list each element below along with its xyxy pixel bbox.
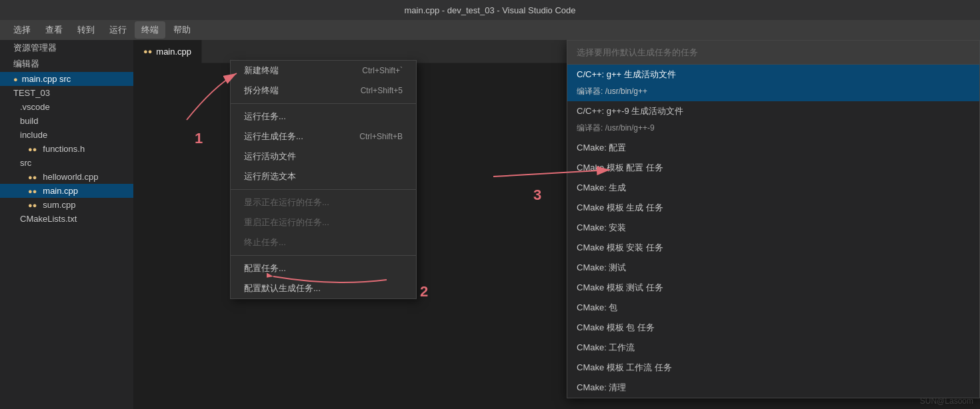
- sidebar-item-helloworld[interactable]: ●● helloworld.cpp: [0, 170, 133, 184]
- quick-pick-item-cmake-config[interactable]: CMake: 配置: [567, 138, 979, 158]
- menu-restart-task: 重启正在运行的任务...: [231, 212, 416, 232]
- menu-run[interactable]: 运行: [103, 21, 133, 39]
- quick-pick-item-gcc9[interactable]: C/C++: g++-9 生成活动文件: [567, 101, 979, 121]
- quick-pick-list: C/C++: g++ 生成活动文件 编译器: /usr/bin/g++ C/C+…: [567, 65, 979, 398]
- menu-run-task[interactable]: 运行任务...: [231, 107, 416, 127]
- quick-pick-item-cmake-clean[interactable]: CMake: 清理: [567, 378, 979, 398]
- menu-terminate-task: 终止任务...: [231, 232, 416, 252]
- menu-run-build-task[interactable]: 运行生成任务... Ctrl+Shift+B: [231, 127, 416, 147]
- quick-pick-item-cmake-install-template[interactable]: CMake 模板 安装 任务: [567, 238, 979, 258]
- annotation-2: 2: [420, 283, 428, 300]
- menu-run-active-file[interactable]: 运行活动文件: [231, 147, 416, 167]
- title-bar: main.cpp - dev_test_03 - Visual Studio C…: [0, 0, 980, 20]
- menu-select[interactable]: 选择: [7, 21, 37, 39]
- menu-bar: 选择 查看 转到 运行 终端 帮助: [0, 20, 980, 40]
- menu-split-terminal[interactable]: 拆分终端 Ctrl+Shift+5: [231, 81, 416, 101]
- sidebar-item-sum-cpp[interactable]: ●● sum.cpp: [0, 198, 133, 212]
- quick-pick-item-cmake-build-template[interactable]: CMake 模板 生成 任务: [567, 198, 979, 218]
- menu-terminal[interactable]: 终端: [135, 21, 165, 39]
- menu-show-running-tasks: 显示正在运行的任务...: [231, 193, 416, 212]
- quick-pick-panel: C/C++: g++ 生成活动文件 编译器: /usr/bin/g++ C/C+…: [567, 40, 980, 398]
- sidebar-item-maincpp-src[interactable]: ● main.cpp src: [0, 72, 133, 86]
- sidebar-item-vscode[interactable]: .vscode: [0, 100, 133, 114]
- quick-pick-item-cmake-pack[interactable]: CMake: 包: [567, 298, 979, 318]
- quick-pick-input[interactable]: [567, 41, 979, 65]
- sidebar: 资源管理器 编辑器 ● main.cpp src TEST_03 .vscode…: [0, 40, 133, 409]
- menu-view[interactable]: 查看: [39, 21, 69, 39]
- quick-pick-item-cmake-build[interactable]: CMake: 生成: [567, 178, 979, 198]
- annotation-1: 1: [195, 130, 203, 147]
- menu-configure-default-build-task[interactable]: 配置默认生成任务...: [231, 278, 416, 298]
- quick-pick-item-cmake-test[interactable]: CMake: 测试: [567, 258, 979, 278]
- editor-area: ●● main.cpp 新建终端 Ctrl+Shift+` 拆分终端 Ctrl+…: [133, 40, 980, 409]
- title-text: main.cpp - dev_test_03 - Visual Studio C…: [404, 5, 575, 15]
- annotation-3: 3: [533, 187, 541, 204]
- sidebar-item-build[interactable]: build: [0, 114, 133, 128]
- sidebar-item-src[interactable]: src: [0, 156, 133, 170]
- sidebar-item-cmakelists[interactable]: CMakeLists.txt: [0, 212, 133, 226]
- separator-1: [231, 103, 416, 104]
- quick-pick-item-cmake-install[interactable]: CMake: 安装: [567, 218, 979, 238]
- quick-pick-item-cmake-config-template[interactable]: CMake 模板 配置 任务: [567, 158, 979, 178]
- quick-pick-item-cmake-pack-template[interactable]: CMake 模板 包 任务: [567, 318, 979, 338]
- quick-pick-item-gcc9-secondary: 编译器: /usr/bin/g++-9: [567, 121, 979, 138]
- separator-2: [231, 189, 416, 190]
- sidebar-item-main-cpp[interactable]: ●● main.cpp: [0, 184, 133, 198]
- quick-pick-item-cmake-workflow[interactable]: CMake: 工作流: [567, 338, 979, 358]
- editor-tab-main[interactable]: ●● main.cpp: [133, 40, 202, 63]
- sidebar-item-test03[interactable]: TEST_03: [0, 86, 133, 100]
- sidebar-item-explorer[interactable]: 资源管理器: [0, 40, 133, 56]
- sidebar-item-functions-h[interactable]: ●● functions.h: [0, 142, 133, 156]
- sidebar-item-editor[interactable]: 编辑器: [0, 56, 133, 72]
- separator-3: [231, 255, 416, 256]
- main-layout: 资源管理器 编辑器 ● main.cpp src TEST_03 .vscode…: [0, 40, 980, 409]
- quick-pick-item-gcc[interactable]: C/C++: g++ 生成活动文件: [567, 65, 979, 85]
- menu-goto[interactable]: 转到: [71, 21, 101, 39]
- menu-run-selected-text[interactable]: 运行所选文本: [231, 167, 416, 187]
- quick-pick-item-cmake-test-template[interactable]: CMake 模板 测试 任务: [567, 278, 979, 298]
- terminal-dropdown-menu: 新建终端 Ctrl+Shift+` 拆分终端 Ctrl+Shift+5 运行任务…: [230, 60, 417, 299]
- menu-new-terminal[interactable]: 新建终端 Ctrl+Shift+`: [231, 61, 416, 81]
- sidebar-item-include[interactable]: include: [0, 128, 133, 142]
- menu-configure-tasks[interactable]: 配置任务...: [231, 258, 416, 278]
- quick-pick-item-cmake-workflow-template[interactable]: CMake 模板 工作流 任务: [567, 358, 979, 378]
- quick-pick-item-gcc-secondary: 编译器: /usr/bin/g++: [567, 85, 979, 101]
- menu-help[interactable]: 帮助: [167, 21, 197, 39]
